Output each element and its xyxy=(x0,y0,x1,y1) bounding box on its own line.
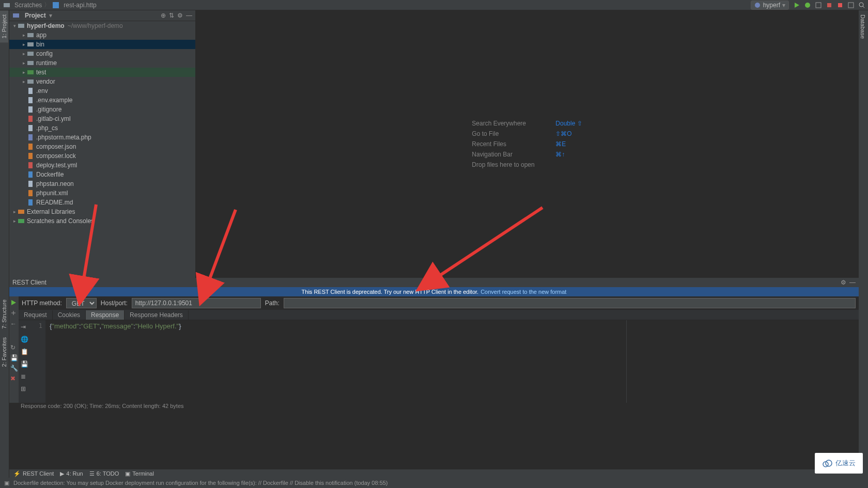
wrench-icon[interactable]: 🔧 xyxy=(10,365,18,372)
save-resp-icon[interactable]: 💾 xyxy=(21,360,28,368)
folder-icon xyxy=(18,22,25,29)
wrap-icon[interactable]: ⇥ xyxy=(21,323,28,330)
locate-icon[interactable]: ⊕ xyxy=(161,12,166,19)
tree-folder-config[interactable]: config xyxy=(9,49,195,58)
run-config-selector[interactable]: hyperf ▾ xyxy=(751,1,789,10)
svg-rect-27 xyxy=(28,162,33,168)
run-request-icon[interactable] xyxy=(10,300,18,307)
open-browser-icon[interactable]: 🌐 xyxy=(21,336,28,343)
bottom-tool-tabs: ⚡REST Client ▶4: Run ☰6: TODO ▣Terminal xyxy=(9,469,859,478)
close-icon[interactable]: ✖ xyxy=(10,375,18,382)
svg-rect-14 xyxy=(27,42,34,46)
status-icon[interactable]: ▣ xyxy=(4,480,9,486)
hint-key: Double ⇧ xyxy=(555,120,582,127)
tree-file[interactable]: .gitignore xyxy=(9,105,195,114)
tree-file[interactable]: deploy.test.yml xyxy=(9,161,195,170)
tree-ext-libs[interactable]: External Libraries xyxy=(9,207,195,216)
svg-rect-5 xyxy=(816,3,821,8)
attach-icon[interactable] xyxy=(826,2,832,8)
svg-rect-1 xyxy=(53,2,59,8)
tree-file[interactable]: composer.json xyxy=(9,142,195,151)
json-icon xyxy=(27,152,34,160)
svg-point-2 xyxy=(755,3,760,8)
status-text: Dockerfile detection: You may setup Dock… xyxy=(13,480,388,486)
copy-icon[interactable]: 📋 xyxy=(21,348,28,355)
tab-cookies[interactable]: Cookies xyxy=(53,310,86,320)
bottom-tab-terminal[interactable]: ▣Terminal xyxy=(125,470,154,477)
svg-rect-12 xyxy=(18,24,24,28)
favorites-tool-tab[interactable]: 2: Favorites xyxy=(0,333,8,371)
folder-icon xyxy=(3,2,10,9)
tree-file[interactable]: Dockerfile xyxy=(9,170,195,179)
breadcrumb-file[interactable]: rest-api.http xyxy=(52,2,96,9)
tree-folder-test[interactable]: test xyxy=(9,68,195,77)
svg-rect-13 xyxy=(27,33,34,37)
bottom-tab-rest[interactable]: ⚡REST Client xyxy=(13,470,54,477)
tree-file[interactable]: .php_cs xyxy=(9,123,195,133)
deprecation-text: This REST Client is deprecated. Try our … xyxy=(302,289,479,295)
bottom-tab-todo[interactable]: ☰6: TODO xyxy=(89,470,119,477)
tree-file[interactable]: composer.lock xyxy=(9,151,195,161)
file-icon xyxy=(27,106,34,113)
tree-folder-app[interactable]: app xyxy=(9,30,195,40)
response-body[interactable]: {"method":"GET","message":"Hello Hyperf.… xyxy=(45,320,626,407)
expand-icon[interactable]: ⇅ xyxy=(169,12,174,19)
back-icon[interactable]: ← xyxy=(10,320,18,327)
svg-point-4 xyxy=(805,3,810,8)
http-method-select[interactable]: GET xyxy=(66,298,97,308)
bottom-tab-run[interactable]: ▶4: Run xyxy=(60,470,83,477)
tree-folder-vendor[interactable]: vendor xyxy=(9,77,195,86)
terminal-icon: ▣ xyxy=(125,470,130,477)
tree-root[interactable]: hyperf-demo~/www/hyperf-demo xyxy=(9,21,195,30)
project-tool-tab[interactable]: 1: Project xyxy=(0,10,8,42)
database-tool-tab[interactable]: Database xyxy=(859,10,867,43)
tree-file[interactable]: .env.example xyxy=(9,96,195,105)
path-input[interactable] xyxy=(284,298,856,308)
search-icon[interactable] xyxy=(858,2,865,8)
tree-file[interactable]: .env xyxy=(9,86,195,96)
stop-icon[interactable] xyxy=(836,2,843,8)
tree-file[interactable]: .phpstorm.meta.php xyxy=(9,133,195,142)
export-icon[interactable] xyxy=(10,310,18,317)
rest-panel-header: REST Client ⚙ — xyxy=(9,278,859,287)
toolbar-right: hyperf ▾ xyxy=(751,1,865,10)
history-icon[interactable]: ↻ xyxy=(10,344,18,351)
svg-rect-0 xyxy=(4,3,10,7)
gear-icon[interactable]: ⚙ xyxy=(177,12,183,19)
tab-response-headers[interactable]: Response Headers xyxy=(125,310,189,320)
tree-file[interactable]: phpunit.xml xyxy=(9,188,195,198)
tree-file[interactable]: phpstan.neon xyxy=(9,179,195,188)
convert-link[interactable]: Convert request to the new format xyxy=(481,289,566,295)
structure-tool-tab[interactable]: 7: Structure xyxy=(0,295,8,333)
tree-folder-bin[interactable]: bin xyxy=(9,40,195,49)
json-icon xyxy=(27,143,34,150)
tab-response[interactable]: Response xyxy=(86,310,125,320)
tab-request[interactable]: Request xyxy=(19,310,53,320)
path-label: Path: xyxy=(265,300,280,307)
diff-icon[interactable]: ≣ xyxy=(21,373,28,380)
host-input[interactable] xyxy=(132,298,261,308)
svg-rect-22 xyxy=(28,116,33,122)
tree-file[interactable]: README.md xyxy=(9,198,195,207)
tree-file[interactable]: .gitlab-ci.yml xyxy=(9,114,195,123)
hide-icon[interactable]: — xyxy=(186,12,192,19)
folder-icon xyxy=(27,59,34,67)
project-tree[interactable]: hyperf-demo~/www/hyperf-demo app bin con… xyxy=(9,21,195,278)
debug-icon[interactable] xyxy=(804,2,811,8)
project-title[interactable]: Project xyxy=(25,12,46,19)
breadcrumb-scratches[interactable]: Scratches xyxy=(3,2,42,9)
coverage-icon[interactable] xyxy=(815,2,822,8)
run-icon[interactable] xyxy=(793,2,800,8)
cloud-icon xyxy=(822,458,832,468)
yml-icon xyxy=(27,115,34,122)
gear-icon[interactable]: ⚙ xyxy=(841,279,846,286)
save-icon[interactable]: 💾 xyxy=(10,354,18,361)
tree-folder-runtime[interactable]: runtime xyxy=(9,58,195,68)
hide-icon[interactable]: — xyxy=(849,279,856,286)
tree-scratches[interactable]: Scratches and Consoles xyxy=(9,216,195,226)
format-icon[interactable]: ⊞ xyxy=(21,385,28,392)
project-header: Project ▾ ⊕ ⇅ ⚙ — xyxy=(9,10,195,21)
svg-rect-18 xyxy=(27,80,34,84)
layout-icon[interactable] xyxy=(847,2,854,8)
method-label: HTTP method: xyxy=(22,300,62,307)
